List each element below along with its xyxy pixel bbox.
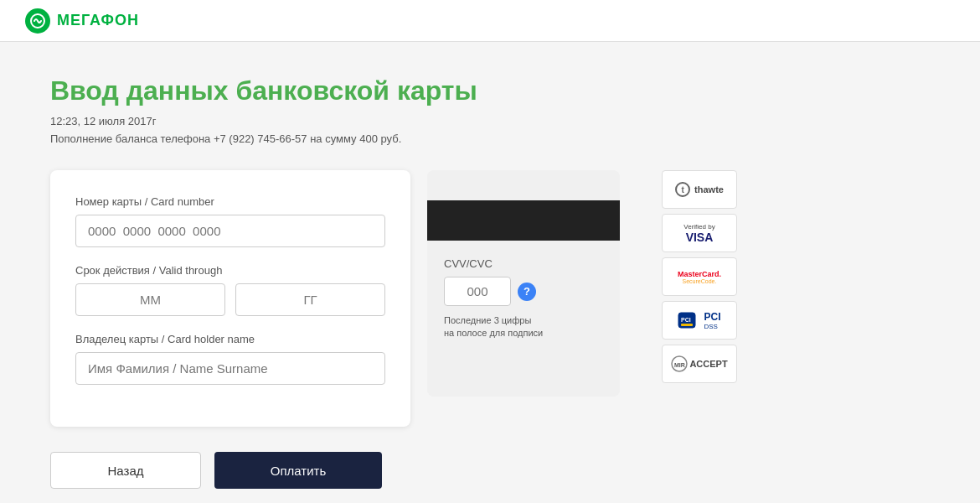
mastercard-label: MasterCard. SecureCode. [678, 270, 721, 284]
verified-text: Verified by [683, 223, 714, 231]
cvv-label: CVV/CVC [444, 257, 603, 270]
card-area: Номер карты / Card number Срок действия … [50, 170, 930, 427]
mir-badge: MIR ACCEPT [662, 345, 737, 383]
month-input[interactable] [75, 283, 225, 316]
cvv-help-button[interactable]: ? [518, 283, 536, 301]
holder-group: Владелец карты / Card holder name [75, 333, 385, 385]
main-content: Ввод данных банковской карты 12:23, 12 и… [0, 42, 980, 503]
card-number-input[interactable] [75, 215, 385, 247]
visa-badge: Verified by VISA [662, 214, 737, 252]
logo: МегаФон [25, 8, 139, 34]
buttons-row: Назад Оплатить [50, 452, 930, 489]
mc-secure-text: SecureCode. [683, 278, 717, 284]
page-title: Ввод данных банковской карты [50, 75, 930, 106]
header: МегаФон [0, 0, 980, 42]
holder-label: Владелец карты / Card holder name [75, 333, 385, 345]
card-visual: CVV/CVC ? Последние 3 цифрына полосе для… [427, 170, 620, 397]
mir-label: MIR ACCEPT [671, 355, 727, 372]
holder-input[interactable] [75, 352, 385, 385]
pci-icon: PCI [678, 309, 701, 332]
svg-rect-3 [681, 324, 693, 326]
card-stripe [427, 200, 620, 241]
page-description: Пополнение баланса телефона +7 (922) 745… [50, 132, 930, 145]
mc-text: MasterCard. [678, 270, 721, 278]
card-number-label: Номер карты / Card number [75, 195, 385, 208]
date-row [75, 283, 385, 316]
pci-label: PCI PCI DSS [678, 309, 720, 332]
logo-icon [25, 8, 50, 34]
visa-text: VISA [686, 231, 714, 244]
card-number-group: Номер карты / Card number [75, 195, 385, 247]
cvv-area: CVV/CVC ? Последние 3 цифрына полосе для… [427, 241, 620, 349]
logo-text: МегаФон [57, 12, 139, 29]
mir-icon: MIR [671, 355, 688, 372]
back-button[interactable]: Назад [50, 452, 201, 489]
thawte-label: t thawte [675, 182, 724, 197]
mir-text: ACCEPT [689, 359, 727, 369]
svg-text:PCI: PCI [681, 317, 691, 323]
visa-label: Verified by VISA [683, 223, 714, 244]
mastercard-badge: MasterCard. SecureCode. [662, 257, 737, 296]
cvv-hint: Последние 3 цифрына полосе для подписи [444, 314, 603, 340]
dss-text: DSS [704, 323, 720, 330]
cvv-input-row: ? [444, 277, 603, 306]
badges-panel: t thawte Verified by VISA MasterCard. Se… [662, 170, 737, 383]
pci-badge: PCI PCI DSS [662, 301, 737, 340]
thawte-badge: t thawte [662, 170, 737, 209]
validity-label: Срок действия / Valid through [75, 264, 385, 277]
page-date: 12:23, 12 июля 2017г [50, 115, 930, 127]
pay-button[interactable]: Оплатить [214, 452, 382, 489]
svg-text:MIR: MIR [674, 362, 685, 368]
validity-group: Срок действия / Valid through [75, 264, 385, 316]
year-input[interactable] [235, 283, 385, 316]
pci-text: PCI [704, 311, 720, 323]
form-panel: Номер карты / Card number Срок действия … [50, 170, 410, 427]
cvv-input[interactable] [444, 277, 511, 306]
